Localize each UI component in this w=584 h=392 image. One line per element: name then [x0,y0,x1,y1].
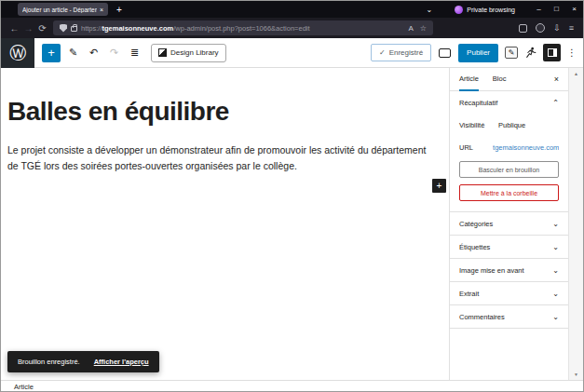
browser-toolbar-actions: ⇩ ≡ [519,23,574,33]
check-icon: ✓ [379,48,386,57]
address-bar[interactable]: https://tgemaisonneuve.com/wp-admin/post… [53,20,433,35]
back-button[interactable]: ← [7,23,21,34]
visibility-label: Visibilité [459,121,498,129]
account-icon[interactable] [536,23,545,33]
new-tab-button[interactable]: + [116,5,122,15]
discussion-panel: Commentaires ⌄ [450,305,568,329]
scroll-down-arrow[interactable]: ▼ [574,372,578,377]
chevron-down-icon: ⌄ [552,220,559,228]
vertical-scrollbar[interactable]: ▲ ▼ [568,68,583,380]
editor-statusbar: Article [1,380,583,392]
minimize-button[interactable]: – [530,1,548,18]
excerpt-label: Extrait [459,290,479,298]
tab-bar: Ajouter un article - Département d × + ⌄… [1,1,583,18]
post-canvas: Balles en équilibre Le projet consiste a… [1,68,450,380]
block-inserter-button[interactable]: + [42,44,61,62]
url-label: URL [459,143,493,152]
add-block-button[interactable]: + [432,179,446,193]
saved-label: Enregistré [389,48,423,57]
url-toolbar: ← → ⟳ https://tgemaisonneuve.com/wp-admi… [1,18,583,38]
url-scheme: https:// [81,24,102,33]
tab-title: Ajouter un article - Département d [22,7,97,13]
chevron-up-icon: ⌃ [552,99,559,107]
lock-icon[interactable] [71,26,77,32]
extension-icon[interactable] [519,24,527,33]
sidebar-tabs: Article Bloc × [450,68,568,91]
chevron-down-icon: ⌄ [552,290,559,298]
tab-list-chevron-icon[interactable]: ⌄ [427,6,433,14]
snackbar-toast: Brouillon enregistré. Afficher l'aperçu [7,351,159,372]
tab-block[interactable]: Bloc [493,68,507,91]
design-library-button[interactable]: Design Library [151,44,226,62]
browser-window: Ajouter un article - Département d × + ⌄… [0,0,584,392]
redo-button[interactable]: ↷ [106,47,122,59]
featured-image-panel: Image mise en avant ⌄ [450,259,568,282]
move-to-trash-button[interactable]: Mettre à la corbeille [459,184,559,201]
tracking-protection-shield-icon[interactable] [60,24,67,33]
settings-sidebar: Article Bloc × Récapitulatif ⌃ Visibilit… [450,68,568,380]
breadcrumb[interactable]: Article [14,383,34,391]
summary-section: Récapitulatif ⌃ Visibilité Publique URL … [450,91,568,212]
maximize-button[interactable]: □ [548,1,565,18]
switch-to-draft-button[interactable]: Basculer en brouillon [459,161,559,178]
preview-link[interactable]: Afficher l'aperçu [94,358,149,366]
sidebar-panel-icon [548,48,557,57]
categories-panel-header[interactable]: Catégories ⌄ [459,212,559,235]
editor-toolbar: Ⓦ + ✎ ↶ ↷ ≣ Design Library ✓ Enregistré … [1,38,583,68]
url-domain: tgemaisonneuve.com [102,24,174,33]
chevron-down-icon: ⌄ [552,266,559,275]
visibility-row: Visibilité Publique [459,114,559,136]
tags-panel: Étiquettes ⌄ [450,236,568,259]
reload-button[interactable]: ⟳ [35,23,49,34]
toast-message: Brouillon enregistré. [18,358,80,366]
visibility-value[interactable]: Publique [498,121,525,129]
post-title[interactable]: Balles en équilibre [7,97,449,127]
chevron-down-icon: ⌄ [552,243,559,251]
url-row: URL tgemaisonneuve.com/i… [459,136,559,158]
window-controls: – □ × [530,1,583,18]
design-library-icon [158,48,167,57]
excerpt-panel: Extrait ⌄ [450,282,568,305]
close-button[interactable]: × [565,1,583,18]
private-browsing-indicator: Private browsing [455,6,515,14]
preview-device-icon[interactable] [439,48,451,58]
editor-body: Balles en équilibre Le projet consiste a… [1,68,583,380]
categories-panel: Catégories ⌄ [450,212,568,236]
wordpress-logo[interactable]: Ⓦ [1,38,34,68]
post-url-link[interactable]: tgemaisonneuve.com/i… [493,143,559,152]
post-paragraph[interactable]: Le projet consiste a développer un démon… [7,142,440,174]
forward-button[interactable]: → [21,23,35,34]
saved-button[interactable]: ✓ Enregistré [371,44,431,61]
scroll-up-arrow[interactable]: ▲ [574,71,578,76]
translate-icon[interactable]: A [408,24,413,33]
menu-icon[interactable]: ≡ [569,23,574,33]
save-to-pocket-icon[interactable]: ⇩ [553,23,561,33]
featured-image-label: Image mise en avant [459,266,524,275]
publish-button[interactable]: Publier [458,44,498,62]
discussion-panel-header[interactable]: Commentaires ⌄ [459,305,559,328]
browser-tab[interactable]: Ajouter un article - Département d × [18,3,108,16]
featured-image-panel-header[interactable]: Image mise en avant ⌄ [459,259,559,281]
summary-header[interactable]: Récapitulatif ⌃ [459,91,559,114]
accessibility-runner-icon[interactable] [524,47,536,59]
bookmark-star-icon[interactable]: ☆ [420,24,427,33]
list-view-button[interactable]: ≣ [127,47,143,59]
options-kebab-icon[interactable]: ⋮ [567,47,577,58]
private-browsing-label: Private browsing [467,7,515,13]
tags-panel-header[interactable]: Étiquettes ⌄ [459,236,559,258]
discussion-label: Commentaires [459,313,505,321]
settings-sidebar-toggle[interactable] [543,44,561,61]
urlfield-actions: A ☆ [408,24,427,33]
edit-tool-icon[interactable]: ✎ [65,47,81,59]
tab-close-icon[interactable]: × [100,7,103,13]
summary-title: Récapitulatif [459,99,497,107]
design-library-label: Design Library [170,48,219,57]
chevron-down-icon: ⌄ [552,313,559,321]
url-path: /wp-admin/post.php?post=1066&action=edit [173,24,309,33]
sidebar-close-icon[interactable]: × [554,74,559,84]
excerpt-panel-header[interactable]: Extrait ⌄ [459,282,559,304]
url-text: https://tgemaisonneuve.com/wp-admin/post… [81,24,310,33]
undo-button[interactable]: ↶ [86,47,102,59]
editor-mode-icon[interactable]: ✎ [505,47,518,59]
tab-article[interactable]: Article [459,68,479,91]
